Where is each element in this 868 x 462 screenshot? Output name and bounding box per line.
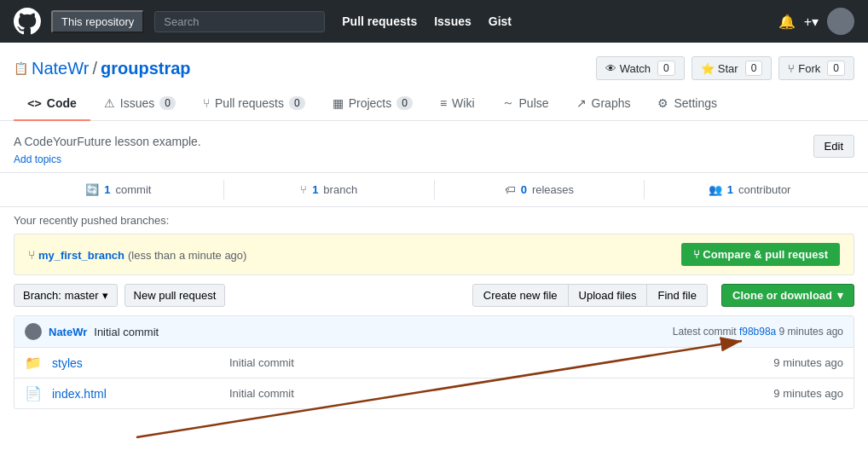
issues-icon: ⚠ xyxy=(104,96,115,110)
branches-stat: ⑂ 1 branch xyxy=(224,180,435,199)
watch-btn[interactable]: 👁 Watch 0 xyxy=(596,56,685,80)
file-toolbar: Branch: master ▾ New pull request Create… xyxy=(0,275,868,315)
star-icon: ⭐ xyxy=(701,62,715,75)
commits-count-link[interactable]: 1 xyxy=(104,183,110,196)
notifications-btn[interactable]: 🔔 xyxy=(778,14,796,30)
nav-links: Pull requests Issues Gist xyxy=(342,14,512,28)
tab-pull-requests[interactable]: ⑂ Pull requests 0 xyxy=(189,87,319,121)
issues-nav-link[interactable]: Issues xyxy=(434,14,472,28)
tab-wiki-label: Wiki xyxy=(452,96,474,110)
fork-icon: ⑂ xyxy=(788,62,795,75)
tab-wiki[interactable]: ≡ Wiki xyxy=(426,87,489,121)
fork-btn[interactable]: ⑂ Fork 0 xyxy=(778,56,854,80)
compare-pull-request-btn[interactable]: ⑂ Compare & pull request xyxy=(681,243,840,266)
tab-issues[interactable]: ⚠ Issues 0 xyxy=(90,87,189,121)
tab-settings[interactable]: ⚙ Settings xyxy=(644,87,731,121)
new-pull-request-btn[interactable]: New pull request xyxy=(124,284,226,307)
file-time: 9 minutes ago xyxy=(773,387,843,400)
pull-icon: ⑂ xyxy=(693,248,700,261)
gist-nav-link[interactable]: Gist xyxy=(489,14,512,28)
branch-selector-btn[interactable]: Branch: master ▾ xyxy=(14,284,118,307)
page-wrapper: This repository Pull requests Issues Gis… xyxy=(0,0,868,462)
repo-owner-link[interactable]: NateWr xyxy=(32,59,89,78)
pull-request-icon: ⑂ xyxy=(203,96,210,110)
branches-label: branch xyxy=(323,183,357,196)
star-label: Star xyxy=(718,62,738,75)
find-file-btn[interactable]: Find file xyxy=(646,284,708,307)
search-input[interactable] xyxy=(154,11,325,32)
avatar[interactable] xyxy=(827,8,854,35)
fork-label: Fork xyxy=(798,62,820,75)
push-banner-label: Your recently pushed branches: xyxy=(14,214,854,227)
tab-graphs-label: Graphs xyxy=(592,96,631,110)
push-banner: ⑂ my_first_branch (less than a minute ag… xyxy=(14,234,854,275)
plus-icon: +▾ xyxy=(804,14,819,30)
repo-title: 📋 NateWr / groupstrap xyxy=(14,59,191,78)
projects-icon: ▦ xyxy=(333,96,344,110)
create-new-file-btn[interactable]: Create new file xyxy=(472,284,569,307)
commit-message: Initial commit xyxy=(94,326,159,338)
repo-name-link[interactable]: groupstrap xyxy=(101,59,191,78)
branches-count-link[interactable]: 1 xyxy=(312,183,318,196)
navbar: This repository Pull requests Issues Gis… xyxy=(0,0,868,43)
this-repo-btn[interactable]: This repository xyxy=(51,10,144,33)
settings-icon: ⚙ xyxy=(657,96,668,110)
releases-label: releases xyxy=(532,183,574,196)
description-left: A CodeYourFuture lesson example. Add top… xyxy=(14,135,201,165)
pulse-icon: ～ xyxy=(502,95,514,111)
pull-requests-nav-link[interactable]: Pull requests xyxy=(342,14,417,28)
contributors-count-link[interactable]: 1 xyxy=(727,183,733,196)
file-name-link[interactable]: index.html xyxy=(52,387,223,401)
tab-issues-label: Issues xyxy=(120,96,154,110)
tab-projects[interactable]: ▦ Projects 0 xyxy=(319,87,426,121)
file-name-link[interactable]: styles xyxy=(52,356,223,370)
pushed-branch-link[interactable]: my_first_branch xyxy=(38,249,124,262)
repo-actions: 👁 Watch 0 ⭐ Star 0 ⑂ Fork 0 xyxy=(596,56,854,80)
tab-code[interactable]: <> Code xyxy=(14,87,90,121)
contributors-stat: 👥 1 contributor xyxy=(645,180,854,199)
tab-graphs[interactable]: ↗ Graphs xyxy=(563,87,645,121)
contributors-label: contributor xyxy=(738,183,790,196)
bell-icon: 🔔 xyxy=(778,14,796,30)
tab-settings-label: Settings xyxy=(674,96,717,110)
issues-count-badge: 0 xyxy=(159,96,176,110)
wiki-icon: ≡ xyxy=(440,96,447,110)
branch-mini-icon: ⑂ xyxy=(28,248,35,262)
tab-projects-label: Projects xyxy=(349,96,392,110)
description-text: A CodeYourFuture lesson example. xyxy=(14,135,201,148)
commit-author-link[interactable]: NateWr xyxy=(49,326,87,338)
upload-files-btn[interactable]: Upload files xyxy=(568,284,648,307)
star-btn[interactable]: ⭐ Star 0 xyxy=(692,56,773,80)
commit-author-avatar xyxy=(25,323,42,340)
clone-or-download-btn[interactable]: Clone or download ▾ xyxy=(721,284,854,307)
graphs-icon: ↗ xyxy=(576,96,587,110)
file-table: NateWr Initial commit Latest commit f98b… xyxy=(14,315,854,409)
file-commit-msg: Initial commit xyxy=(229,356,767,369)
watch-label: Watch xyxy=(620,62,651,75)
stats-bar: 🔄 1 commit ⑂ 1 branch 🏷 0 releases 👥 1 c… xyxy=(0,173,868,207)
star-count: 0 xyxy=(745,61,763,76)
table-row: 📄 index.html Initial commit 9 minutes ag… xyxy=(14,378,854,408)
file-actions: Create new file Upload files Find file xyxy=(473,284,708,307)
pr-count-badge: 0 xyxy=(289,96,305,110)
chevron-down-icon-2: ▾ xyxy=(837,289,843,302)
branch-selector-label: Branch: xyxy=(23,289,61,302)
commit-time: 9 minutes ago xyxy=(779,326,843,338)
tab-pr-label: Pull requests xyxy=(215,96,284,110)
commit-icon: 🔄 xyxy=(85,183,99,196)
commit-sha-link[interactable]: f98b98a xyxy=(739,326,776,338)
releases-stat: 🏷 0 releases xyxy=(435,180,645,199)
commits-stat: 🔄 1 commit xyxy=(14,180,224,199)
repo-book-icon: 📋 xyxy=(14,61,28,75)
edit-description-btn[interactable]: Edit xyxy=(813,135,854,158)
file-time: 9 minutes ago xyxy=(773,356,843,369)
releases-count-link[interactable]: 0 xyxy=(521,183,527,196)
tab-pulse[interactable]: ～ Pulse xyxy=(489,87,563,121)
eye-icon: 👁 xyxy=(605,62,616,75)
add-topics-link[interactable]: Add topics xyxy=(14,153,201,165)
file-commit-msg: Initial commit xyxy=(229,387,767,400)
tab-code-label: Code xyxy=(47,96,77,110)
new-item-btn[interactable]: +▾ xyxy=(804,14,819,30)
tag-icon: 🏷 xyxy=(505,183,516,196)
clone-btn-label: Clone or download xyxy=(732,289,832,302)
